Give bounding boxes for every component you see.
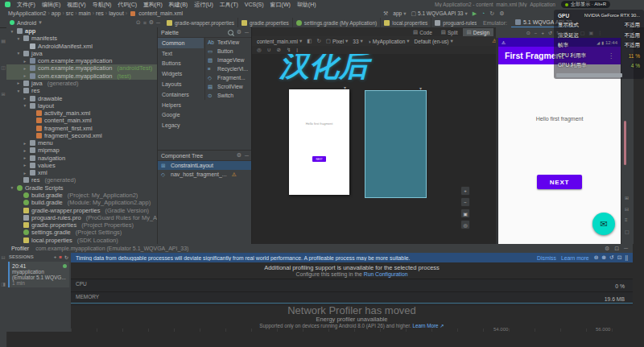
palette-category[interactable]: Legacy: [158, 120, 204, 130]
menu-item[interactable]: 构建(B): [169, 1, 188, 9]
tree-item[interactable]: build.gradle (Module: My_Application2.ap…: [6, 199, 157, 206]
tree-item[interactable]: ▸ java (generated): [6, 80, 157, 87]
palette-item[interactable]: ≡RecyclerVi...: [205, 64, 253, 73]
tree-item[interactable]: ▸ xml: [6, 169, 157, 176]
design-surface-icon[interactable]: ◧: [307, 38, 312, 44]
component-tree-row[interactable]: ⊞ConstraintLayout: [158, 161, 252, 170]
design-file-selector[interactable]: content_main.xml▾: [257, 38, 302, 44]
menu-item[interactable]: 重构(R): [143, 1, 163, 9]
palette-category[interactable]: Text: [158, 48, 204, 59]
tree-item[interactable]: local.properties (SDK Location): [6, 236, 157, 243]
rotate-left-icon[interactable]: ↺: [548, 30, 552, 35]
palette-category[interactable]: Layouts: [158, 79, 204, 89]
palette-category[interactable]: Widgets: [158, 68, 204, 79]
zoom-out-icon[interactable]: ⊖: [594, 254, 599, 261]
zoom-selection-icon[interactable]: ⊡: [617, 254, 622, 261]
profiler-tab-label[interactable]: Profiler: [11, 246, 29, 251]
guidelines-icon[interactable]: I: [296, 48, 298, 53]
menu-item[interactable]: 代码(C): [118, 1, 137, 9]
panel-settings-icon[interactable]: ⚙: [149, 19, 154, 26]
tree-item[interactable]: ▾ manifests: [6, 35, 157, 42]
api-menu[interactable]: 33▾: [353, 38, 363, 44]
margins-icon[interactable]: ⊘: [276, 47, 280, 53]
session-entry[interactable]: 20:41 myapplication (Emulator 5.1 WQVG..…: [8, 262, 69, 287]
editor-tab[interactable]: local.properties: [381, 18, 431, 27]
tree-arrow-icon[interactable]: ▸: [23, 171, 27, 176]
pause-live-icon[interactable]: ||: [625, 254, 628, 261]
tree-arrow-icon[interactable]: ▾: [16, 89, 21, 93]
tree-arrow-icon[interactable]: ▸: [23, 155, 27, 160]
component-tree-settings-icon[interactable]: ⚙: [237, 152, 242, 159]
blueprint-preview[interactable]: [365, 90, 427, 198]
project-view-selector[interactable]: Android: [17, 20, 36, 26]
zoom-in-icon[interactable]: ⊕: [601, 254, 606, 261]
tree-item[interactable]: ▸ com.example.myapplication: [6, 57, 157, 64]
tree-item[interactable]: gradle.properties (Project Properties): [6, 221, 157, 229]
overlay-pill[interactable]: 全部显示 · Alt+R: [561, 1, 610, 8]
device-selector[interactable]: ▢5.1 WQVGA API 33▾: [411, 10, 467, 17]
tree-item[interactable]: res (generated): [6, 176, 157, 184]
device-menu[interactable]: ▢Pixel▾: [326, 38, 349, 44]
breadcrumb-item[interactable]: app: [52, 10, 61, 16]
tree-arrow-icon[interactable]: ▾: [16, 51, 21, 56]
palette-hide-icon[interactable]: ─: [245, 30, 249, 35]
breadcrumb-item[interactable]: src: [66, 10, 73, 16]
editor-mode-button[interactable]: ▤Design: [463, 28, 493, 36]
tree-item[interactable]: proguard-rules.pro (ProGuard Rules for M…: [6, 214, 157, 221]
menu-item[interactable]: 文件(F): [17, 1, 35, 9]
energy-learn-more-link[interactable]: Learn More ↗: [412, 323, 444, 328]
tree-arrow-icon[interactable]: ▸: [23, 73, 27, 78]
structure-tool-icon[interactable]: ⊞: [1, 91, 5, 97]
volume-up-icon[interactable]: +: [541, 31, 544, 35]
project-tool-icon[interactable]: ▤: [1, 38, 6, 43]
sync-button[interactable]: ↻: [489, 10, 494, 17]
run-config-selector[interactable]: app▾: [393, 10, 406, 17]
tree-item[interactable]: AndroidManifest.xml: [6, 43, 157, 50]
tree-item[interactable]: content_main.xml: [6, 117, 157, 124]
volume-down-icon[interactable]: −: [535, 31, 538, 35]
orientation-icon[interactable]: ↻: [316, 38, 320, 44]
tree-item[interactable]: gradle-wrapper.properties (Gradle Versio…: [6, 206, 157, 213]
tree-item[interactable]: settings.gradle (Project Settings): [6, 229, 157, 236]
menu-item[interactable]: 运行(U): [194, 1, 213, 9]
tree-arrow-icon[interactable]: ▾: [23, 103, 27, 108]
tree-item[interactable]: ▾ java: [6, 50, 157, 57]
zoom-in-button[interactable]: +: [460, 186, 470, 196]
pan-button[interactable]: ◎: [460, 220, 470, 229]
tree-item[interactable]: ▾ Gradle Scripts: [6, 184, 157, 192]
autoconnect-icon[interactable]: ∪: [267, 47, 271, 53]
menu-item[interactable]: VCS(S): [245, 2, 264, 7]
tree-item[interactable]: ▸ drawable: [6, 94, 157, 101]
locale-menu[interactable]: Default (en-us)▾: [415, 38, 453, 44]
power-icon[interactable]: ⊙: [526, 30, 530, 35]
tree-item[interactable]: ▾ app: [6, 27, 157, 35]
tree-arrow-icon[interactable]: ▸: [23, 148, 27, 153]
palette-settings-icon[interactable]: ⚙: [237, 29, 242, 35]
tree-arrow-icon[interactable]: ▸: [23, 96, 27, 101]
tree-item[interactable]: build.gradle (Project: My_Application2): [6, 192, 157, 199]
search-icon[interactable]: [228, 30, 233, 35]
side-icon[interactable]: ⊞: [625, 195, 629, 200]
editor-tab[interactable]: gradle-wrapper.properties: [163, 18, 238, 27]
tree-arrow-icon[interactable]: ▸: [23, 163, 27, 167]
run-button[interactable]: ▶: [473, 10, 477, 17]
restart-session-icon[interactable]: ↻: [64, 254, 68, 260]
view-options-icon[interactable]: ◎: [257, 47, 262, 53]
profile-button[interactable]: ◔: [481, 10, 485, 16]
reset-zoom-icon[interactable]: ↺: [609, 254, 614, 261]
build-variants-icon[interactable]: ⊟: [1, 254, 5, 260]
palette-category[interactable]: Google: [158, 110, 204, 121]
profiler-float-icon[interactable]: ⊡: [614, 246, 619, 252]
tree-arrow-icon[interactable]: ▾: [10, 185, 14, 190]
palette-item[interactable]: ▤ScrollView: [205, 82, 253, 91]
palette-category[interactable]: Helpers: [158, 100, 204, 110]
editor-tab[interactable]: proguard-rules.pro: [431, 18, 477, 27]
tree-arrow-icon[interactable]: ▸: [23, 66, 27, 71]
build-hammer-icon[interactable]: ⚒: [383, 10, 388, 17]
learn-more-link[interactable]: Learn more: [561, 255, 589, 261]
editor-mode-button[interactable]: ▤Code: [409, 28, 436, 36]
tree-arrow-icon[interactable]: ▾: [16, 36, 21, 41]
tree-item[interactable]: activity_main.xml: [6, 109, 157, 117]
tree-item[interactable]: ▸ navigation: [6, 155, 157, 162]
palette-item[interactable]: ⊙Switch: [205, 91, 253, 100]
